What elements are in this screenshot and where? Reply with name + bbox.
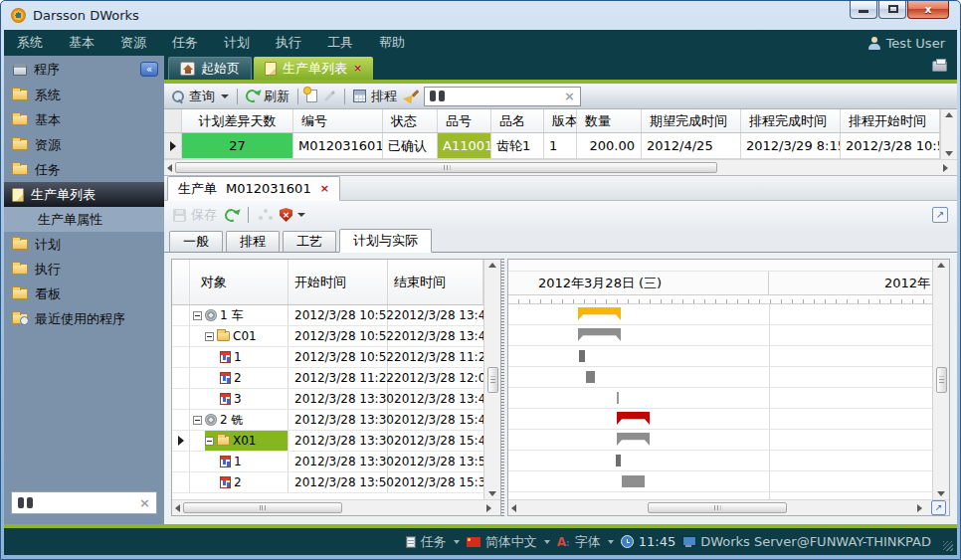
cell-diff-days[interactable]: 27: [182, 133, 293, 158]
subtab-general[interactable]: 一般: [169, 231, 223, 252]
orders-grid-row[interactable]: 27 M012031601 已确认 A11001 齿轮1 1 200.00 20…: [164, 133, 940, 159]
scroll-up-icon[interactable]: [937, 263, 945, 268]
cell-end-time[interactable]: 2012/3/28 13:40: [388, 305, 483, 325]
tree-row-op2[interactable]: 2 2012/3/28 11:22 2012/3/28 12:00: [172, 368, 483, 389]
orders-grid-vscrollbar[interactable]: [940, 109, 957, 159]
detail-doc-tab[interactable]: 生产单 M012031601 ×: [167, 176, 340, 201]
column-header-object[interactable]: 对象: [190, 260, 288, 304]
scroll-down-icon[interactable]: [945, 151, 953, 156]
cell-end-time[interactable]: 2012/3/28 15:30: [388, 472, 483, 492]
sidebar-item-board[interactable]: 看板: [4, 281, 164, 306]
status-font-selector[interactable]: A: 字体: [557, 533, 614, 551]
cell-start-time[interactable]: 2012/3/28 13:30: [288, 410, 388, 430]
cell-expected-end[interactable]: 2012/4/25: [642, 133, 741, 158]
gantt-row[interactable]: [508, 346, 932, 367]
column-header-sched-start[interactable]: 排程开始时间: [841, 109, 940, 132]
menu-task[interactable]: 任务: [159, 30, 211, 56]
detail-refresh-button[interactable]: [225, 209, 238, 222]
sidebar-item-task[interactable]: 任务: [4, 157, 164, 182]
tree-row-op3[interactable]: 3 2012/3/28 13:30 2012/3/28 13:40: [172, 389, 483, 410]
cell-item-no[interactable]: A11001: [438, 133, 491, 158]
menu-resource[interactable]: 资源: [107, 30, 159, 56]
refresh-button[interactable]: 刷新: [246, 88, 289, 105]
scroll-right-icon[interactable]: [486, 504, 497, 512]
close-tab-icon[interactable]: ×: [353, 63, 362, 74]
gantt-bar-summary[interactable]: [617, 412, 650, 425]
gantt-row[interactable]: [508, 388, 932, 409]
validate-dropdown-icon[interactable]: [297, 213, 305, 217]
current-user[interactable]: Test User: [868, 36, 957, 51]
menu-help[interactable]: 帮助: [366, 30, 418, 56]
scroll-right-icon[interactable]: [943, 164, 954, 172]
collapse-expander-icon[interactable]: [193, 416, 202, 425]
cell-end-time[interactable]: 2012/3/28 15:40: [388, 410, 483, 430]
tab-start-page[interactable]: 起始页: [168, 57, 252, 80]
column-header-end[interactable]: 结束时间: [388, 260, 483, 304]
cell-end-time[interactable]: 2012/3/28 11:22: [388, 347, 483, 367]
clear-search-icon[interactable]: ×: [564, 90, 575, 102]
sidebar-item-execute[interactable]: 执行: [4, 257, 164, 281]
cell-start-time[interactable]: 2012/3/28 13:50: [288, 472, 388, 492]
column-header-code[interactable]: 编号: [293, 109, 383, 132]
gantt-bar-task[interactable]: [622, 475, 645, 487]
gantt-row[interactable]: [508, 325, 932, 346]
cell-start-time[interactable]: 2012/3/28 13:30: [288, 431, 388, 451]
scroll-left-icon[interactable]: [511, 504, 516, 512]
gantt-bar-summary[interactable]: [578, 307, 621, 320]
clear-search-icon[interactable]: ×: [139, 496, 150, 509]
tab-production-order-list[interactable]: 生产单列表 ×: [254, 57, 373, 80]
cell-end-time[interactable]: 2012/3/28 13:40: [388, 326, 483, 346]
edit-button[interactable]: [323, 94, 336, 97]
save-button[interactable]: 保存: [173, 206, 217, 224]
sidebar-collapse-button[interactable]: «: [140, 62, 158, 77]
sidebar-item-recent-programs[interactable]: 最近使用的程序: [4, 306, 164, 331]
gantt-bar-summary[interactable]: [617, 433, 650, 446]
resize-grip[interactable]: [943, 541, 953, 551]
cell-start-time[interactable]: 2012/3/28 11:22: [288, 368, 388, 388]
cell-end-time[interactable]: 2012/3/28 13:50: [388, 452, 483, 471]
gantt-vscrollbar[interactable]: [932, 260, 949, 499]
orders-grid-hscrollbar[interactable]: [164, 159, 957, 175]
column-header-status[interactable]: 状态: [383, 109, 438, 132]
validate-button[interactable]: ×: [280, 208, 305, 222]
splitter-handle[interactable]: [501, 259, 504, 516]
scroll-down-icon[interactable]: [937, 491, 945, 496]
hscroll-thumb[interactable]: [648, 502, 787, 513]
gantt-expand-icon[interactable]: ↗: [931, 500, 946, 515]
cell-version[interactable]: 1: [544, 133, 577, 158]
subtab-plan-vs-actual[interactable]: 计划与实际: [339, 229, 432, 253]
sidebar-item-production-order-list[interactable]: 生产单列表: [4, 182, 164, 207]
tree-row-machine-2[interactable]: 2 铣 2012/3/28 13:30 2012/3/28 15:40: [172, 410, 483, 431]
subtab-process[interactable]: 工艺: [283, 231, 336, 252]
column-header-version[interactable]: 版本: [544, 109, 577, 132]
gantt-row[interactable]: [508, 451, 932, 471]
collapse-expander-icon[interactable]: [205, 332, 214, 341]
hierarchy-button[interactable]: [259, 209, 272, 221]
vscroll-thumb[interactable]: [487, 367, 498, 393]
close-button[interactable]: x: [907, 1, 949, 19]
gantt-row[interactable]: [508, 409, 932, 430]
tree-row-op1[interactable]: 1 2012/3/28 10:52 2012/3/28 11:22: [172, 347, 483, 368]
tree-row-c01[interactable]: C01 2012/3/28 10:52 2012/3/28 13:40: [172, 326, 483, 347]
open-external-icon[interactable]: ↗: [932, 207, 948, 223]
status-language-selector[interactable]: 简体中文: [467, 533, 550, 551]
column-header-diff-days[interactable]: 计划差异天数: [182, 109, 293, 132]
gantt-hscrollbar[interactable]: ↗: [508, 499, 949, 515]
cell-status[interactable]: 已确认: [383, 133, 438, 158]
minimize-button[interactable]: [850, 1, 877, 19]
maximize-button[interactable]: [878, 1, 906, 19]
cell-start-time[interactable]: 2012/3/28 10:52: [288, 305, 388, 325]
gantt-bar-task[interactable]: [616, 455, 621, 467]
cell-end-time[interactable]: 2012/3/28 12:00: [388, 368, 483, 388]
hscroll-thumb[interactable]: [175, 162, 717, 173]
query-button[interactable]: 查询: [172, 88, 215, 105]
column-header-item-name[interactable]: 品名: [491, 109, 544, 132]
collapse-expander-icon[interactable]: [205, 437, 214, 446]
gantt-row[interactable]: [508, 304, 932, 325]
tree-row-x01-selected[interactable]: X01 2012/3/28 13:30 2012/3/28 15:40: [172, 431, 483, 452]
schedule-button[interactable]: 排程: [353, 88, 397, 105]
cell-code[interactable]: M012031601: [293, 133, 383, 158]
close-doc-icon[interactable]: ×: [320, 183, 329, 194]
gantt-bar-task[interactable]: [579, 350, 585, 362]
tree-row-machine-1[interactable]: 1 车 2012/3/28 10:52 2012/3/28 13:40: [172, 305, 483, 326]
